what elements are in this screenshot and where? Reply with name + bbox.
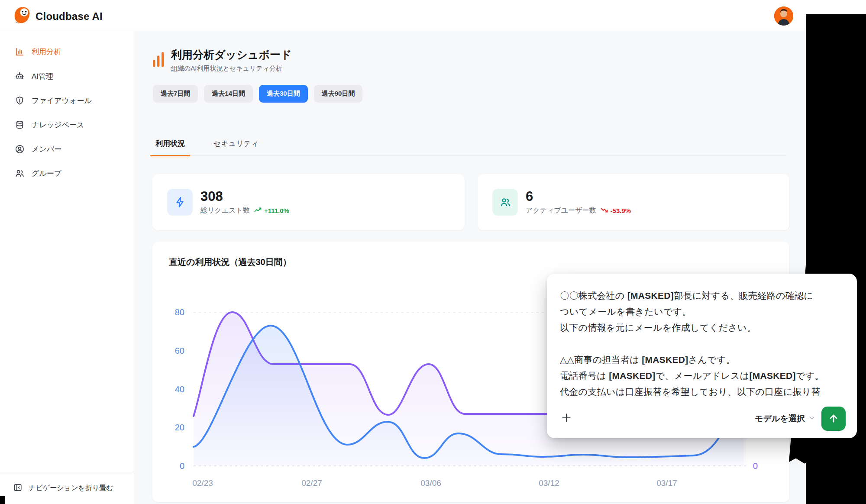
brand-name: Cloudbase AI bbox=[36, 10, 103, 23]
arrow-up-icon bbox=[827, 412, 840, 426]
collapse-navigation-button[interactable]: ナビゲーションを折り畳む bbox=[0, 472, 133, 504]
x-tick-0312: 03/12 bbox=[539, 478, 559, 488]
y-tick-20: 20 bbox=[175, 423, 184, 432]
chat-line: 〇〇株式会社の [MASKED]部長に対する、販売経路の確認に bbox=[560, 288, 846, 304]
y-tick-60: 60 bbox=[175, 346, 184, 355]
shield-alert-icon bbox=[14, 95, 25, 106]
stat-value: 308 bbox=[200, 189, 289, 204]
chat-footer: モデルを選択 bbox=[547, 402, 857, 438]
sidebar-item-usage-analytics[interactable]: 利用分析 bbox=[0, 42, 133, 61]
masked-token: [MASKED] bbox=[642, 355, 688, 365]
x-tick-0317: 03/17 bbox=[656, 478, 677, 488]
sidebar-item-label: グループ bbox=[32, 168, 61, 178]
sidebar-item-ai-management[interactable]: AI管理 bbox=[0, 67, 133, 86]
stat-label: アクティブユーザー数 bbox=[526, 206, 596, 215]
brand[interactable]: Cloudbase AI bbox=[13, 6, 103, 27]
trend-up-icon bbox=[254, 207, 262, 215]
time-range-90d[interactable]: 過去90日間 bbox=[314, 85, 363, 103]
tab-bar: 利用状況 セキュリティ bbox=[153, 139, 787, 156]
trend-value: +111.0% bbox=[264, 207, 289, 214]
users-icon bbox=[492, 189, 518, 216]
sidebar-item-groups[interactable]: グループ bbox=[0, 164, 133, 183]
attach-button[interactable] bbox=[559, 411, 574, 426]
robot-icon bbox=[14, 71, 25, 81]
tab-security[interactable]: セキュリティ bbox=[211, 139, 261, 155]
sidebar-item-label: ファイアウォール bbox=[32, 96, 92, 106]
member-icon bbox=[14, 144, 25, 154]
chat-prompt-panel: 〇〇株式会社の [MASKED]部長に対する、販売経路の確認に ついてメールを書… bbox=[547, 274, 857, 438]
masked-token: [MASKED] bbox=[749, 371, 795, 381]
time-range-7d[interactable]: 過去7日間 bbox=[153, 85, 198, 103]
model-select-dropdown[interactable]: モデルを選択 bbox=[755, 413, 815, 424]
sidebar-item-label: 利用分析 bbox=[32, 47, 61, 57]
x-tick-0306: 03/06 bbox=[420, 478, 441, 488]
chat-line: △△商事の担当者は [MASKED]さんです。 bbox=[560, 352, 846, 368]
send-button[interactable] bbox=[821, 407, 846, 431]
masked-token: [MASKED] bbox=[627, 291, 674, 300]
stat-card-total-requests: 308 総リクエスト数 +111.0% bbox=[152, 174, 465, 230]
chat-prompt-text[interactable]: 〇〇株式会社の [MASKED]部長に対する、販売経路の確認に ついてメールを書… bbox=[560, 288, 846, 400]
sidebar: 利用分析 AI管理 ファイアウォール ナレッジ bbox=[0, 31, 133, 504]
sidebar-item-label: メンバー bbox=[32, 144, 61, 154]
cloudbase-logo-icon bbox=[13, 6, 31, 27]
top-header: Cloudbase AI bbox=[0, 0, 866, 31]
stat-label: 総リクエスト数 bbox=[200, 206, 250, 215]
lightning-icon bbox=[167, 189, 193, 216]
chat-line: ついてメールを書きたいです。 bbox=[560, 304, 846, 320]
time-range-selector: 過去7日間 過去14日間 過去30日間 過去90日間 bbox=[153, 85, 362, 103]
user-avatar[interactable] bbox=[774, 6, 793, 26]
trend-up: +111.0% bbox=[254, 207, 289, 215]
trend-down: -53.9% bbox=[601, 207, 631, 215]
x-tick-0223: 02/23 bbox=[192, 478, 213, 488]
stat-value: 6 bbox=[526, 189, 631, 204]
y-tick-40: 40 bbox=[175, 384, 184, 394]
y-tick-80: 80 bbox=[175, 307, 184, 317]
group-icon bbox=[14, 168, 25, 178]
sidebar-item-knowledge-base[interactable]: ナレッジベース bbox=[0, 115, 133, 134]
trend-value: -53.9% bbox=[611, 207, 631, 214]
model-select-label: モデルを選択 bbox=[755, 413, 805, 424]
tab-usage[interactable]: 利用状況 bbox=[153, 139, 187, 155]
database-icon bbox=[14, 120, 25, 130]
y-tick-right-0: 0 bbox=[753, 461, 758, 471]
time-range-30d[interactable]: 過去30日間 bbox=[259, 85, 308, 103]
time-range-14d[interactable]: 過去14日間 bbox=[204, 85, 253, 103]
sidebar-item-firewall[interactable]: ファイアウォール bbox=[0, 91, 133, 110]
dashboard-bars-icon bbox=[153, 48, 164, 73]
bar-chart-icon bbox=[14, 46, 25, 57]
chat-line: 電話番号は [MASKED]で、メールアドレスは[MASKED]です。 bbox=[560, 368, 846, 384]
x-tick-0227: 02/27 bbox=[301, 478, 322, 488]
trend-down-icon bbox=[601, 207, 608, 215]
chat-line: 代金の支払いは口座振替を希望しており、以下の口座に振り替 bbox=[560, 384, 846, 400]
sidebar-item-label: AI管理 bbox=[32, 71, 53, 81]
chat-line-blank bbox=[560, 336, 846, 352]
y-tick-0: 0 bbox=[180, 461, 184, 471]
sidebar-item-members[interactable]: メンバー bbox=[0, 139, 133, 158]
page-title: 利用分析ダッシュボード bbox=[171, 48, 292, 62]
chart-title: 直近の利用状況（過去30日間） bbox=[169, 256, 291, 268]
page-subtitle: 組織のAI利用状況とセキュリティ分析 bbox=[171, 65, 292, 73]
chat-line: 以下の情報を元にメールを作成してください。 bbox=[560, 320, 846, 336]
sidebar-item-label: ナレッジベース bbox=[32, 120, 84, 130]
chevron-down-icon bbox=[808, 414, 815, 423]
masked-token: [MASKED] bbox=[609, 371, 655, 381]
torn-black-corner bbox=[0, 496, 5, 504]
collapse-panel-icon bbox=[13, 483, 23, 494]
stat-card-active-users: 6 アクティブユーザー数 -53.9% bbox=[478, 174, 789, 230]
collapse-navigation-label: ナビゲーションを折り畳む bbox=[29, 484, 113, 493]
plus-icon bbox=[561, 412, 572, 425]
